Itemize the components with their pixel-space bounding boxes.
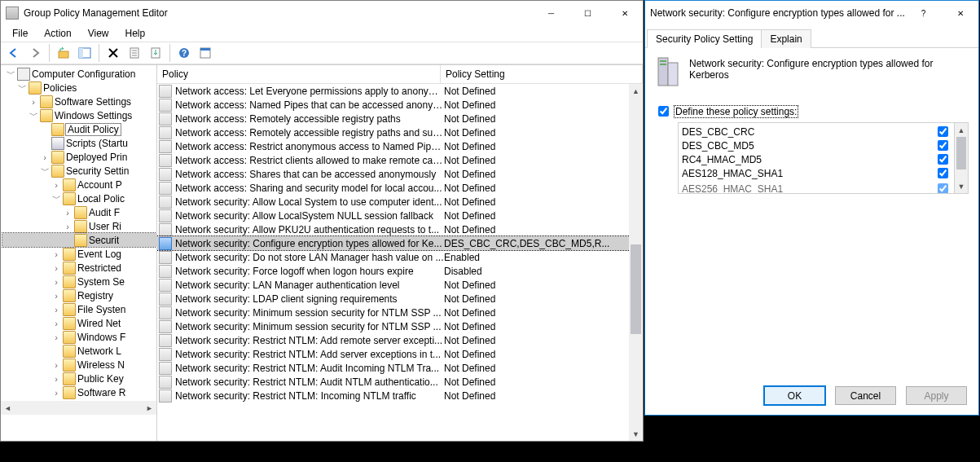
expand-icon[interactable]: › [50, 249, 63, 259]
dialog-close-button[interactable]: ✕ [942, 1, 978, 25]
policy-row[interactable]: Network access: Restrict clients allowed… [157, 153, 643, 167]
menu-view[interactable]: View [81, 26, 116, 41]
tree-item[interactable]: ›Deployed Prin [2, 150, 156, 164]
encryption-type-checkbox[interactable] [938, 154, 948, 165]
expand-icon[interactable]: › [50, 180, 63, 190]
help-button[interactable]: ? [174, 43, 194, 63]
menu-help[interactable]: Help [119, 26, 152, 41]
encryption-type-row[interactable]: AES128_HMAC_SHA1 [682, 166, 951, 180]
expand-icon[interactable]: › [50, 277, 63, 287]
up-level-button[interactable] [54, 43, 73, 63]
tree-item[interactable]: ›Software R [2, 385, 156, 399]
encryption-type-checkbox[interactable] [938, 126, 948, 137]
config-tree[interactable]: ﹀ Computer Configuration ﹀Policies›Softw… [1, 65, 156, 401]
tree-item[interactable]: ﹀Policies [2, 81, 156, 95]
tree-item[interactable]: Audit Policy [2, 122, 156, 136]
policy-row[interactable]: Network security: Force logoff when logo… [157, 264, 643, 278]
policy-row[interactable]: Network access: Restrict anonymous acces… [157, 139, 643, 153]
apply-button[interactable]: Apply [906, 386, 967, 405]
policy-row[interactable]: Network access: Shares that can be acces… [157, 167, 643, 181]
scroll-down-icon[interactable]: ▼ [629, 427, 643, 441]
tree-root[interactable]: ﹀ Computer Configuration [2, 67, 156, 81]
expand-icon[interactable]: › [50, 332, 63, 342]
expand-icon[interactable]: › [61, 208, 74, 218]
encryption-types-list[interactable]: DES_CBC_CRCDES_CBC_MD5RC4_HMAC_MD5AES128… [678, 122, 955, 194]
tree-item[interactable]: ›Event Log [2, 247, 156, 261]
forward-button[interactable] [25, 43, 45, 63]
policy-list[interactable]: Network access: Let Everyone permissions… [157, 84, 643, 441]
tree-hscroll[interactable]: ◄► [1, 401, 156, 415]
cancel-button[interactable]: Cancel [835, 386, 896, 405]
tree-item[interactable]: ﹀Windows Settings [2, 108, 156, 122]
expand-icon[interactable]: › [50, 305, 63, 315]
tree-item[interactable]: ›User Ri [2, 219, 156, 233]
refresh-button[interactable] [196, 43, 215, 63]
encryption-type-checkbox[interactable] [938, 140, 948, 151]
tree-item[interactable]: ›Account P [2, 178, 156, 191]
policy-row[interactable]: Network security: Do not store LAN Manag… [157, 250, 643, 264]
enc-list-scroll[interactable]: ▲ ▼ [955, 122, 969, 194]
define-settings-checkbox[interactable] [658, 106, 669, 117]
expand-icon[interactable]: › [50, 263, 63, 273]
encryption-type-row[interactable]: DES_CBC_MD5 [682, 139, 951, 152]
expand-icon[interactable]: › [50, 388, 63, 398]
policy-row[interactable]: Network security: Minimum session securi… [157, 306, 643, 319]
tree-item[interactable]: ›Registry [2, 288, 156, 302]
tree-item[interactable]: ›System Se [2, 275, 156, 288]
list-vscroll[interactable]: ▲ ▼ [629, 84, 643, 441]
tree-item[interactable]: Scripts (Startu [2, 136, 156, 150]
ok-button[interactable]: OK [764, 386, 825, 405]
policy-row[interactable]: Network access: Remotely accessible regi… [157, 112, 643, 125]
col-policy[interactable]: Policy [157, 65, 441, 83]
expand-collapse-icon[interactable]: ﹀ [50, 192, 63, 205]
properties-button[interactable] [125, 43, 144, 63]
maximize-button[interactable]: ☐ [569, 1, 606, 25]
scroll-up-icon[interactable]: ▲ [955, 123, 968, 137]
policy-row[interactable]: Network security: Restrict NTLM: Audit N… [157, 375, 643, 389]
tree-item[interactable]: ﹀Security Settin [2, 164, 156, 178]
tree-item[interactable]: ›File Systen [2, 302, 156, 316]
expand-collapse-icon[interactable]: ﹀ [27, 109, 40, 121]
menu-action[interactable]: Action [37, 26, 77, 41]
policy-row[interactable]: Network security: LAN Manager authentica… [157, 278, 643, 292]
tree-item[interactable]: ›Restricted [2, 261, 156, 275]
policy-row[interactable]: Network security: Allow LocalSystem NULL… [157, 209, 643, 222]
expand-icon[interactable]: › [50, 360, 63, 370]
tree-item[interactable]: ﹀Local Polic [2, 191, 156, 205]
tab-security-policy-setting[interactable]: Security Policy Setting [647, 29, 762, 48]
scroll-up-icon[interactable]: ▲ [629, 84, 643, 98]
policy-row[interactable]: Network security: Restrict NTLM: Audit I… [157, 361, 643, 375]
policy-row[interactable]: Network security: Minimum session securi… [157, 319, 643, 333]
tree-item[interactable]: Network L [2, 344, 156, 358]
expand-collapse-icon[interactable]: ﹀ [38, 165, 51, 177]
policy-row[interactable]: Network security: Allow PKU2U authentica… [157, 222, 643, 236]
close-button[interactable]: ✕ [606, 1, 643, 25]
expand-icon[interactable]: › [27, 97, 40, 107]
export-list-button[interactable] [146, 43, 165, 63]
tree-item[interactable]: Securit [2, 233, 156, 247]
encryption-type-row[interactable]: DES_CBC_CRC [682, 125, 951, 139]
expand-icon[interactable]: › [61, 222, 74, 231]
encryption-type-checkbox[interactable] [938, 168, 948, 178]
tree-item[interactable]: ›Windows F [2, 330, 156, 344]
scroll-down-icon[interactable]: ▼ [955, 179, 968, 193]
policy-row[interactable]: Network security: Allow Local System to … [157, 195, 643, 209]
policy-row[interactable]: Network access: Sharing and security mod… [157, 181, 643, 195]
encryption-type-row[interactable]: AES256_HMAC_SHA1 [682, 182, 951, 194]
policy-row[interactable]: Network access: Named Pipes that can be … [157, 98, 643, 112]
tab-explain[interactable]: Explain [761, 29, 811, 48]
policy-row[interactable]: Network security: Restrict NTLM: Incomin… [157, 389, 643, 403]
expand-icon[interactable]: › [38, 152, 51, 162]
encryption-type-checkbox[interactable] [938, 183, 948, 194]
policy-row[interactable]: Network security: Restrict NTLM: Add ser… [157, 347, 643, 361]
policy-row[interactable]: Network access: Remotely accessible regi… [157, 125, 643, 139]
back-button[interactable] [4, 43, 24, 63]
show-hide-tree-button[interactable] [75, 43, 94, 63]
col-setting[interactable]: Policy Setting [441, 65, 643, 83]
encryption-type-row[interactable]: RC4_HMAC_MD5 [682, 152, 951, 166]
menu-file[interactable]: File [6, 26, 34, 41]
expand-icon[interactable]: › [50, 319, 63, 328]
dialog-help-button[interactable]: ? [905, 1, 942, 25]
expand-icon[interactable]: › [50, 291, 63, 301]
policy-row[interactable]: Network access: Let Everyone permissions… [157, 84, 643, 98]
